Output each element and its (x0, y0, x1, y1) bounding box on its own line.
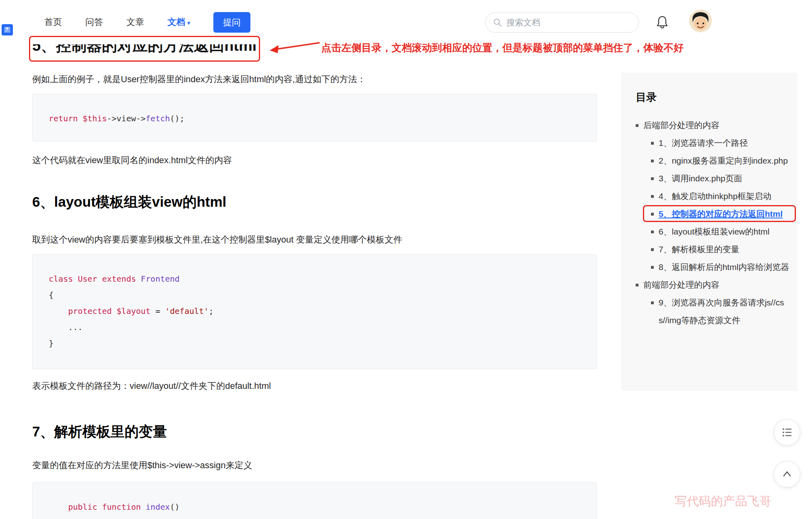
search-icon (493, 18, 502, 27)
toc-item-label: 2、nginx服务器重定向到index.php (659, 156, 788, 165)
toc-toggle-button[interactable] (774, 419, 800, 446)
search-input[interactable] (506, 18, 631, 27)
toc-item-label: 4、触发启动thinkphp框架启动 (659, 191, 771, 201)
toc-item-label: 5、控制器的对应的方法返回html (659, 209, 783, 218)
paragraph: 表示模板文件的路径为：view//layout//文件夹下的default.ht… (32, 380, 271, 392)
toc-panel: 目录 后端部分处理的内容1、浏览器请求一个路径2、nginx服务器重定向到ind… (621, 73, 798, 391)
bullet-icon (636, 124, 638, 127)
list-icon (781, 426, 793, 438)
annotation-note: 点击左侧目录，文档滚动到相应的位置，但是标题被顶部的菜单挡住了，体验不好 (321, 41, 684, 54)
nav-item-home[interactable]: 首页 (44, 16, 62, 28)
section-heading-7: 7、解析模板里的变量 (32, 422, 167, 441)
avatar-image (689, 10, 712, 32)
notification-bell-icon[interactable] (655, 15, 669, 31)
bullet-icon (651, 266, 654, 269)
search-box[interactable] (485, 12, 639, 33)
bullet-icon (651, 213, 654, 216)
nav-item-articles[interactable]: 文章 (126, 16, 144, 28)
paragraph: 例如上面的例子，就是User控制器里的index方法来返回html的内容,通过如… (32, 73, 366, 85)
toc-item-label: 后端部分处理的内容 (643, 120, 719, 130)
annotation-highlight-box (29, 36, 260, 62)
paragraph: 这个代码就在view里取同名的index.html文件的内容 (32, 154, 232, 166)
site-logo[interactable]: 圕 (2, 24, 13, 35)
toc-item[interactable]: 1、浏览器请求一个路径 (621, 134, 798, 152)
bullet-icon (651, 301, 654, 304)
toc-item[interactable]: 7、解析模板里的变量 (621, 241, 798, 258)
toc-item-label: 8、返回解析后的html内容给浏览器 (659, 262, 789, 272)
toc-item-label: 前端部分处理的内容 (643, 280, 719, 289)
toc-item[interactable]: 6、layout模板组装view的html (621, 223, 798, 241)
annotation-arrow-icon (269, 39, 322, 55)
toc-item[interactable]: 2、nginx服务器重定向到index.php (621, 152, 798, 170)
nav-item-qa[interactable]: 问答 (85, 16, 103, 28)
code-block-fetch: return $this->view->fetch(); (32, 94, 597, 141)
chevron-down-icon: ▾ (187, 19, 190, 26)
toc-list: 后端部分处理的内容1、浏览器请求一个路径2、nginx服务器重定向到index.… (621, 116, 798, 329)
ask-question-button[interactable]: 提问 (213, 12, 250, 33)
bullet-icon (651, 142, 654, 145)
toc-item-active[interactable]: 5、控制器的对应的方法返回html (621, 205, 798, 223)
code-block-layout-class: class User extends Frontend{ protected $… (32, 254, 597, 369)
bullet-icon (651, 177, 654, 180)
toc-item[interactable]: 4、触发启动thinkphp框架启动 (621, 187, 798, 205)
chevron-up-icon (781, 468, 793, 480)
watermark-text: 写代码的产品飞哥 (675, 493, 771, 510)
section-heading-6: 6、layout模板组装view的html (32, 193, 226, 212)
toc-item[interactable]: 3、调用index.php页面 (621, 170, 798, 187)
user-avatar[interactable] (689, 10, 712, 32)
toc-item[interactable]: 后端部分处理的内容 (621, 116, 798, 134)
bullet-icon (636, 284, 638, 286)
bullet-icon (651, 160, 654, 162)
toc-item-label: 1、浏览器请求一个路径 (659, 138, 748, 147)
paragraph: 变量的值在对应的方法里使用$this->view->assign来定义 (32, 459, 252, 471)
bullet-icon (651, 248, 654, 251)
nav-item-docs[interactable]: 文档▾ (167, 16, 190, 28)
back-to-top-button[interactable] (774, 461, 800, 488)
bullet-icon (651, 195, 654, 198)
toc-item[interactable]: 9、浏览器再次向服务器请求js//css//img等静态资源文件 (621, 294, 798, 329)
code-block-index-function: public function index() { (32, 482, 597, 519)
paragraph: 取到这个view的内容要后要塞到模板文件里,在这个控制器里$layout 变量定… (32, 234, 402, 246)
toc-item-label: 7、解析模板里的变量 (659, 245, 740, 254)
toc-item-label: 6、layout模板组装view的html (659, 227, 769, 236)
toc-title: 目录 (636, 90, 798, 104)
toc-item-label: 3、调用index.php页面 (659, 174, 742, 183)
toc-item[interactable]: 前端部分处理的内容 (621, 276, 798, 294)
nav-item-docs-label: 文档 (167, 17, 185, 27)
toc-item[interactable]: 8、返回解析后的html内容给浏览器 (621, 258, 798, 276)
toc-item-label: 9、浏览器再次向服务器请求js//css//img等静态资源文件 (659, 298, 784, 325)
bullet-icon (651, 230, 654, 233)
